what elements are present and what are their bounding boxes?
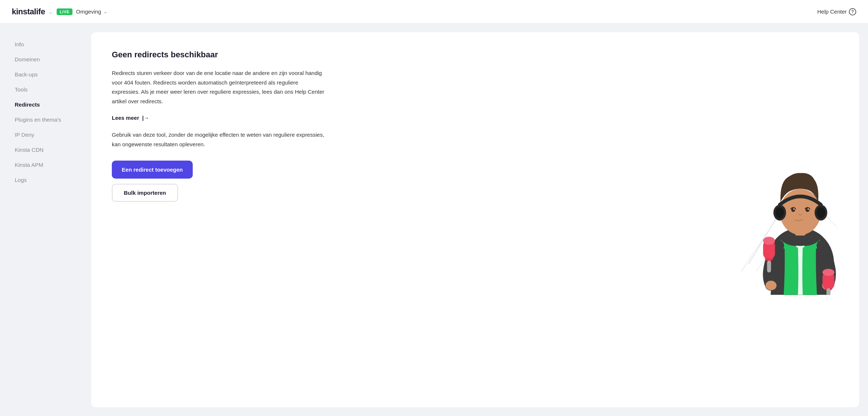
page-title: Geen redirects beschikbaar (112, 50, 325, 60)
header: kinstalife ⌄ LIVE Omgeving ⌄ Help Center… (0, 0, 868, 24)
logo[interactable]: kinstalife (12, 7, 45, 17)
svg-point-4 (775, 207, 784, 218)
header-left: kinstalife ⌄ LIVE Omgeving ⌄ (12, 7, 107, 17)
add-redirect-button[interactable]: Een redirect toevoegen (112, 161, 193, 179)
layout: Info Domeinen Back-ups Tools Redirects P… (0, 24, 868, 416)
sidebar-item-plugins[interactable]: Plugins en thema's (9, 112, 82, 127)
logo-chevron-icon[interactable]: ⌄ (49, 9, 53, 15)
help-center-label: Help Center (817, 8, 847, 15)
svg-point-11 (765, 281, 776, 290)
help-center-link[interactable]: Help Center ? (817, 8, 856, 15)
svg-rect-15 (767, 261, 771, 272)
svg-point-6 (817, 207, 825, 218)
bulk-import-button[interactable]: Bulk importeren (112, 184, 178, 202)
read-more-arrow-icon: |→ (140, 115, 149, 121)
live-badge: LIVE (57, 8, 72, 15)
sidebar-item-backups[interactable]: Back-ups (9, 67, 82, 82)
svg-point-19 (822, 269, 834, 276)
sidebar-item-redirects[interactable]: Redirects (9, 97, 82, 112)
help-circle-icon: ? (849, 8, 856, 15)
svg-point-14 (763, 237, 775, 245)
sidebar-item-kinsta-apm[interactable]: Kinsta APM (9, 157, 82, 172)
warning-text: Gebruik van deze tool, zonder de mogelij… (112, 130, 325, 149)
read-more-label: Lees meer (112, 115, 139, 121)
sidebar: Info Domeinen Back-ups Tools Redirects P… (9, 32, 82, 407)
sidebar-item-ip-deny[interactable]: IP Deny (9, 127, 82, 142)
sidebar-item-logs[interactable]: Logs (9, 172, 82, 187)
svg-point-7 (791, 208, 795, 212)
description-text: Redirects sturen verkeer door van de ene… (112, 68, 325, 106)
sidebar-item-tools[interactable]: Tools (9, 82, 82, 97)
main-content: Geen redirects beschikbaar Redirects stu… (91, 32, 859, 407)
character-illustration (749, 144, 852, 295)
svg-point-10 (807, 208, 809, 210)
env-selector[interactable]: Omgeving ⌄ (76, 8, 107, 15)
svg-point-8 (805, 208, 810, 212)
svg-rect-20 (826, 288, 830, 295)
sidebar-item-kinsta-cdn[interactable]: Kinsta CDN (9, 142, 82, 157)
svg-point-9 (793, 208, 795, 210)
read-more-link[interactable]: Lees meer |→ (112, 115, 149, 121)
sidebar-item-domeinen[interactable]: Domeinen (9, 52, 82, 67)
env-chevron-icon: ⌄ (103, 9, 107, 14)
env-label: Omgeving (76, 8, 101, 15)
illustration (705, 32, 859, 407)
content-area: Geen redirects beschikbaar Redirects stu… (112, 50, 325, 202)
sidebar-item-info[interactable]: Info (9, 37, 82, 52)
